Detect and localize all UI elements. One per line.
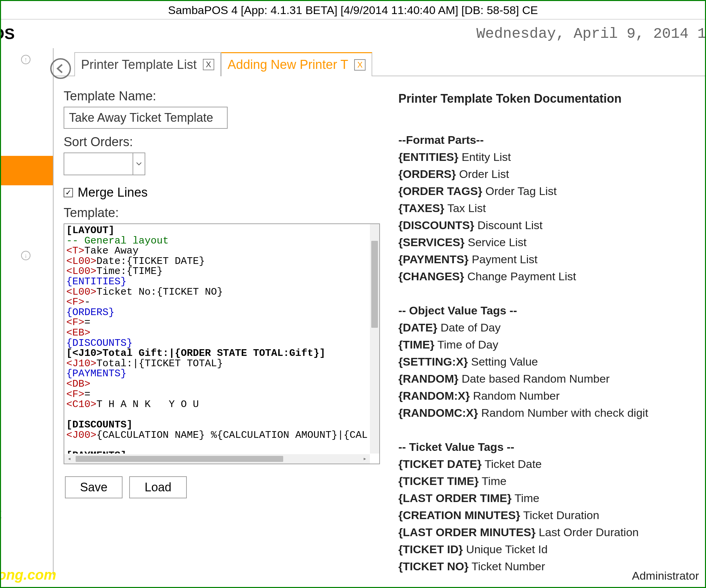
watermark: ong.com xyxy=(0,567,56,583)
doc-token-row: {ORDERS} Order List xyxy=(398,166,695,183)
doc-title: Printer Template Token Documentation xyxy=(398,90,695,108)
content-area: Printer Template ListXAdding New Printer… xyxy=(53,48,705,575)
merge-lines-checkbox[interactable]: ✓ xyxy=(64,188,73,197)
window-title: SambaPOS 4 [App: 4.1.31 BETA] [4/9/2014 … xyxy=(1,1,705,19)
header-datetime: Wednesday, April 9, 2014 11 xyxy=(476,26,706,42)
chevron-down-icon xyxy=(136,162,142,166)
sidebar-item[interactable] xyxy=(0,470,53,499)
tab-close-button[interactable]: X xyxy=(203,59,214,70)
tab-active[interactable]: Adding New Printer TX xyxy=(221,52,372,76)
doc-token-row: {CHANGES} Change Payment List xyxy=(398,268,695,285)
documentation-panel: Printer Template Token Documentation--Fo… xyxy=(385,83,695,588)
sort-orders-dropdown[interactable] xyxy=(132,153,145,175)
doc-token-row: {RANDOMC:X} Random Number with check dig… xyxy=(398,404,695,421)
tab-bar: Printer Template ListXAdding New Printer… xyxy=(74,52,705,76)
doc-token-row: {TICKET TIME} Time xyxy=(398,473,695,490)
tab[interactable]: Printer Template ListX xyxy=(74,52,221,76)
sidebar-item[interactable]: ↓ xyxy=(0,244,53,263)
doc-section-header: -- Object Value Tags -- xyxy=(398,304,517,317)
sidebar-item[interactable]: plates xyxy=(0,156,53,185)
doc-token-row: {RANDOM} Date based Random Number xyxy=(398,370,695,387)
doc-token-row: {PAYMENTS} Payment List xyxy=(398,251,695,268)
editor-vscrollbar[interactable] xyxy=(370,224,379,454)
doc-section-header: --Format Parts-- xyxy=(398,133,484,146)
doc-token-row: {ORDER TAGS} Order Tag List xyxy=(398,183,695,200)
doc-token-row: {TICKET DATE} Ticket Date xyxy=(398,456,695,473)
doc-token-row: {RANDOM:X} Random Number xyxy=(398,387,695,404)
sidebar-item[interactable]: gs xyxy=(0,263,53,293)
sidebar-item[interactable]: ts xyxy=(0,352,53,381)
tab-close-button[interactable]: X xyxy=(354,59,365,71)
sidebar-item[interactable]: ngs xyxy=(0,185,53,215)
template-name-label: Template Name: xyxy=(64,89,385,103)
merge-lines-label: Merge Lines xyxy=(78,185,148,200)
sort-orders-label: Sort Orders: xyxy=(64,135,385,149)
form-panel: Template Name: Take Away Ticket Template… xyxy=(64,83,385,588)
app-header: baPOS Wednesday, April 9, 2014 11 xyxy=(1,19,705,48)
sort-orders-input[interactable] xyxy=(64,153,133,175)
template-name-input[interactable]: Take Away Ticket Template xyxy=(64,107,228,129)
sidebar-item[interactable]: nts xyxy=(0,68,53,97)
doc-token-row: {ENTITIES} Entity List xyxy=(398,149,695,166)
doc-token-row: {TIME} Time of Day xyxy=(398,336,695,353)
template-editor[interactable]: [LAYOUT] -- General layout <T>Take Away … xyxy=(64,223,380,464)
sidebar-item[interactable]: tory xyxy=(0,323,53,352)
doc-token-row: {TICKET ID} Unique Ticket Id xyxy=(398,541,695,558)
app-logo: baPOS xyxy=(0,25,15,43)
sidebar-item[interactable] xyxy=(0,126,53,156)
sidebar-item[interactable]: es xyxy=(0,411,53,440)
doc-token-row: {DISCOUNTS} Discount List xyxy=(398,217,695,234)
sidebar-item[interactable]: a Network xyxy=(0,499,53,529)
tab-label: Printer Template List xyxy=(81,57,197,72)
doc-token-row: {CREATION MINUTES} Ticket Duration xyxy=(398,507,695,524)
sidebar-item[interactable]: ucts xyxy=(0,293,53,323)
doc-token-row: {SERVICES} Service List xyxy=(398,234,695,251)
doc-token-row: {LAST ORDER MINUTES} Last Order Duration xyxy=(398,524,695,541)
footer-user: Administrator xyxy=(632,569,699,582)
doc-token-row: {DATE} Date of Day xyxy=(398,319,695,336)
sidebar-item[interactable]: mation xyxy=(0,440,53,470)
back-arrow-icon xyxy=(54,62,67,75)
editor-hscrollbar[interactable]: ◂ ▸ xyxy=(64,454,370,464)
merge-lines-row: ✓ Merge Lines xyxy=(64,185,385,200)
template-label: Template: xyxy=(64,206,385,220)
sidebar: ↑ ntsplatesngss↓gsuctstorytsuntsesmation… xyxy=(0,48,53,575)
sidebar-item[interactable]: s xyxy=(0,215,53,244)
up-arrow-icon[interactable]: ↑ xyxy=(21,55,31,64)
sidebar-item[interactable] xyxy=(0,97,53,126)
doc-token-row: {LAST ORDER TIME} Time xyxy=(398,490,695,507)
doc-token-row: {SETTING:X} Setting Value xyxy=(398,353,695,370)
scroll-left-icon[interactable]: ◂ xyxy=(65,455,74,463)
tab-label: Adding New Printer T xyxy=(228,57,348,72)
scroll-right-icon[interactable]: ▸ xyxy=(360,455,369,463)
scrollbar-thumb[interactable] xyxy=(76,456,283,462)
load-button[interactable]: Load xyxy=(129,476,187,498)
down-arrow-icon[interactable]: ↓ xyxy=(21,251,31,260)
sidebar-item[interactable]: unts xyxy=(0,381,53,411)
doc-section-header: -- Ticket Value Tags -- xyxy=(398,440,514,453)
doc-token-row: {TAXES} Tax List xyxy=(398,200,695,217)
back-button[interactable] xyxy=(50,58,71,79)
save-button[interactable]: Save xyxy=(65,476,122,498)
scrollbar-thumb[interactable] xyxy=(371,241,378,328)
